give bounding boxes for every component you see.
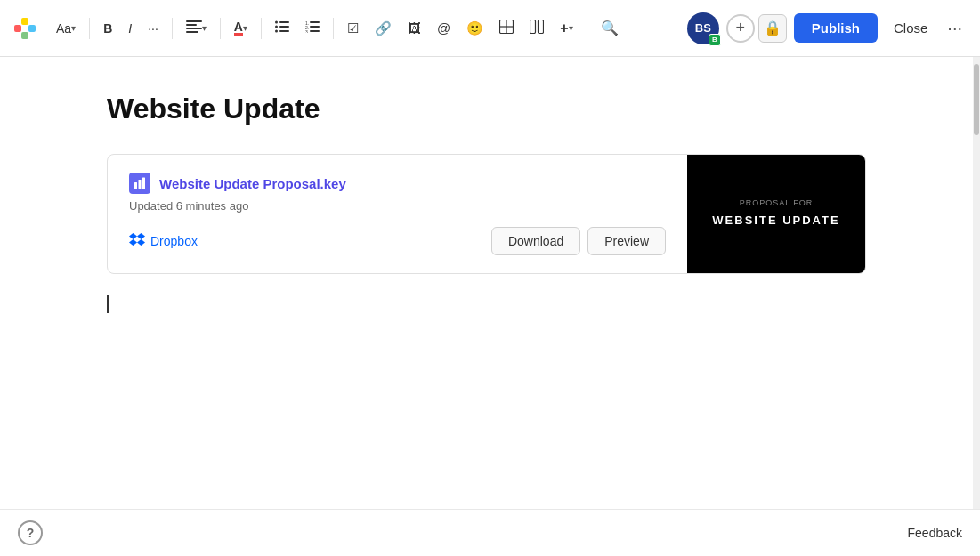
svg-rect-24 xyxy=(530,20,536,34)
svg-rect-3 xyxy=(28,25,36,32)
text-color-icon: A xyxy=(234,20,243,36)
insert-dropdown-arrow: ▾ xyxy=(569,23,573,33)
page-title[interactable]: Website Update xyxy=(107,93,866,125)
svg-rect-12 xyxy=(279,26,289,28)
scrollbar-thumb[interactable] xyxy=(974,64,979,135)
more-options-icon: ··· xyxy=(947,18,962,37)
task-button[interactable]: ☑ xyxy=(341,16,365,41)
file-card-preview: PROPOSAL FOR WEBSITE UPDATE xyxy=(687,155,865,273)
scrollbar[interactable] xyxy=(973,57,980,509)
svg-rect-28 xyxy=(142,178,145,189)
layout-icon xyxy=(530,20,544,36)
font-selector[interactable]: Aa ▾ xyxy=(50,17,82,40)
divider-3 xyxy=(220,18,221,39)
svg-rect-4 xyxy=(21,32,28,39)
link-button[interactable]: 🔗 xyxy=(369,16,398,41)
preview-button[interactable]: Preview xyxy=(587,227,666,255)
italic-icon: I xyxy=(128,21,132,36)
svg-rect-20 xyxy=(310,30,320,32)
file-card: Website Update Proposal.key Updated 6 mi… xyxy=(107,154,866,274)
close-button[interactable]: Close xyxy=(885,15,936,41)
bold-icon: B xyxy=(103,21,112,36)
more-format-icon: ··· xyxy=(148,21,158,36)
file-card-left: Website Update Proposal.key Updated 6 mi… xyxy=(108,155,687,273)
lock-button[interactable]: 🔒 xyxy=(758,14,787,43)
svg-rect-18 xyxy=(310,26,320,28)
bullet-list-icon xyxy=(275,20,289,36)
image-icon: 🖼 xyxy=(408,20,421,36)
layout-button[interactable] xyxy=(523,15,550,41)
emoji-button[interactable]: 🙂 xyxy=(460,16,490,41)
plus-icon: + xyxy=(560,20,568,36)
svg-rect-6 xyxy=(186,24,197,26)
numbered-list-button[interactable]: 1. 2. 3. xyxy=(299,16,326,40)
lock-icon: 🔒 xyxy=(764,20,782,36)
main-content: Website Update Website Updat xyxy=(0,57,980,509)
svg-rect-14 xyxy=(279,30,289,32)
avatar-badge: B xyxy=(709,34,721,46)
bold-button[interactable]: B xyxy=(97,17,118,40)
insert-button[interactable]: + ▾ xyxy=(554,16,579,41)
svg-rect-16 xyxy=(310,21,320,23)
search-button[interactable]: 🔍 xyxy=(595,15,625,41)
text-cursor xyxy=(107,295,109,313)
editor-area[interactable]: Website Update Website Updat xyxy=(0,57,973,509)
file-actions: Download Preview xyxy=(491,227,666,255)
divider-5 xyxy=(333,18,334,39)
svg-text:3.: 3. xyxy=(305,29,309,33)
font-label: Aa xyxy=(56,21,71,36)
mention-button[interactable]: @ xyxy=(431,16,457,40)
feedback-button[interactable]: Feedback xyxy=(908,526,962,540)
dropbox-label: Dropbox xyxy=(150,234,198,248)
table-button[interactable] xyxy=(493,15,520,41)
search-icon: 🔍 xyxy=(601,20,619,36)
svg-point-11 xyxy=(275,26,278,28)
align-dropdown-arrow: ▾ xyxy=(202,23,207,33)
svg-rect-27 xyxy=(139,180,142,189)
image-button[interactable]: 🖼 xyxy=(401,16,427,40)
align-button[interactable]: ▾ xyxy=(180,16,213,40)
preview-title: WEBSITE UPDATE xyxy=(712,213,839,229)
svg-rect-2 xyxy=(21,18,28,25)
toolbar: Aa ▾ B I ··· ▾ A ▾ xyxy=(0,0,980,57)
dropbox-link[interactable]: Dropbox xyxy=(129,232,198,250)
file-updated: Updated 6 minutes ago xyxy=(129,199,666,213)
file-type-icon xyxy=(129,173,150,194)
task-icon: ☑ xyxy=(347,20,359,36)
more-options-button[interactable]: ··· xyxy=(940,12,969,44)
publish-button[interactable]: Publish xyxy=(794,13,878,43)
align-icon xyxy=(186,20,202,36)
svg-rect-8 xyxy=(186,31,198,33)
add-collaborator-button[interactable]: + xyxy=(726,14,755,43)
svg-point-9 xyxy=(275,21,278,24)
more-format-button[interactable]: ··· xyxy=(142,17,165,40)
svg-rect-5 xyxy=(186,20,202,22)
emoji-icon: 🙂 xyxy=(466,20,483,36)
download-button[interactable]: Download xyxy=(491,227,580,255)
svg-point-13 xyxy=(275,30,278,33)
dropbox-icon xyxy=(129,232,145,250)
user-avatar-wrap[interactable]: BS B xyxy=(687,12,719,44)
file-card-footer: Dropbox Download Preview xyxy=(129,227,666,255)
svg-rect-7 xyxy=(186,28,202,29)
bullet-list-button[interactable] xyxy=(269,16,296,40)
divider-1 xyxy=(89,18,90,39)
mention-icon: @ xyxy=(437,20,450,36)
text-color-button[interactable]: A ▾ xyxy=(228,16,254,40)
numbered-list-icon: 1. 2. 3. xyxy=(305,20,320,36)
divider-2 xyxy=(172,18,173,39)
svg-rect-25 xyxy=(539,20,544,34)
italic-button[interactable]: I xyxy=(122,17,138,40)
app-logo[interactable] xyxy=(11,14,39,43)
font-dropdown-arrow: ▾ xyxy=(71,23,76,33)
color-dropdown-arrow: ▾ xyxy=(243,23,247,33)
link-icon: 🔗 xyxy=(375,20,392,36)
divider-4 xyxy=(261,18,262,39)
bottom-bar: ? Feedback xyxy=(0,509,980,556)
preview-subtitle: PROPOSAL FOR xyxy=(740,198,814,207)
help-button[interactable]: ? xyxy=(18,520,43,545)
svg-rect-26 xyxy=(134,182,137,189)
table-icon xyxy=(499,20,514,36)
file-name[interactable]: Website Update Proposal.key xyxy=(159,176,346,191)
svg-rect-10 xyxy=(279,21,289,23)
